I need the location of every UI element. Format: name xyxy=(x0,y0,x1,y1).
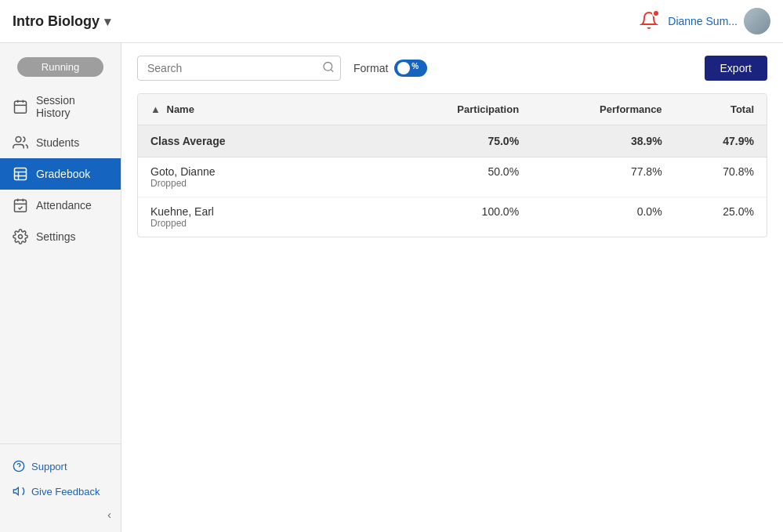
search-icon xyxy=(322,61,335,76)
col-name[interactable]: ▲ Name xyxy=(138,94,390,125)
student-name: Goto, Dianne xyxy=(150,165,377,178)
svg-marker-16 xyxy=(13,487,18,494)
search-container xyxy=(137,56,341,81)
class-average-row: Class Average 75.0% 38.9% 47.9% xyxy=(138,125,767,157)
student-name: Kuehne, Earl xyxy=(150,205,377,218)
student-status: Dropped xyxy=(150,178,377,189)
sidebar-collapse-button[interactable]: ‹ xyxy=(0,504,121,526)
sidebar-item-settings[interactable]: Settings xyxy=(0,221,121,252)
sidebar-item-attendance[interactable]: Attendance xyxy=(0,190,121,221)
sidebar-feedback[interactable]: Give Feedback xyxy=(0,479,121,504)
svg-point-4 xyxy=(16,137,21,143)
sidebar: Running Session History Students xyxy=(0,43,121,532)
svg-rect-5 xyxy=(15,168,27,180)
sidebar-support[interactable]: Support xyxy=(0,454,121,479)
student-name-cell: Kuehne, Earl Dropped xyxy=(138,197,390,237)
svg-point-13 xyxy=(19,235,23,239)
student-participation: 50.0% xyxy=(390,157,531,197)
col-performance[interactable]: Performance xyxy=(531,94,675,125)
format-toggle[interactable]: % xyxy=(394,60,427,77)
app-title-area[interactable]: Intro Biology ▾ xyxy=(13,13,111,30)
table-row: Kuehne, Earl Dropped 100.0% 0.0% 25.0% xyxy=(138,197,767,237)
sidebar-label-attendance: Attendance xyxy=(36,199,92,212)
support-label: Support xyxy=(31,461,67,472)
student-performance: 0.0% xyxy=(531,197,675,237)
class-average-performance: 38.9% xyxy=(531,125,675,157)
notification-dot xyxy=(652,9,660,17)
sidebar-bottom: Support Give Feedback ‹ xyxy=(0,443,121,532)
export-button[interactable]: Export xyxy=(705,56,767,81)
sidebar-item-session-history[interactable]: Session History xyxy=(0,86,121,127)
app-header: Intro Biology ▾ Dianne Sum... xyxy=(0,0,783,43)
main-layout: Running Session History Students xyxy=(0,43,783,532)
feedback-label: Give Feedback xyxy=(31,486,100,498)
sidebar-item-gradebook[interactable]: Gradebook xyxy=(0,158,121,190)
toolbar: Format % Export xyxy=(137,56,767,81)
class-average-label: Class Average xyxy=(138,125,390,157)
student-participation: 100.0% xyxy=(390,197,531,237)
table-header: ▲ Name Participation Performance Total xyxy=(138,94,767,125)
sidebar-label-gradebook: Gradebook xyxy=(36,168,90,180)
class-average-participation: 75.0% xyxy=(390,125,531,157)
student-total: 25.0% xyxy=(675,197,767,237)
table-body: Class Average 75.0% 38.9% 47.9% Goto, Di… xyxy=(138,125,767,237)
format-label: Format xyxy=(353,62,388,74)
notification-bell[interactable] xyxy=(640,11,658,32)
avatar xyxy=(744,8,770,34)
col-participation[interactable]: Participation xyxy=(390,94,531,125)
header-right-area: Dianne Sum... xyxy=(640,8,770,34)
app-title: Intro Biology xyxy=(13,13,100,30)
student-status: Dropped xyxy=(150,218,377,229)
svg-rect-0 xyxy=(15,101,27,113)
gradebook-table: ▲ Name Participation Performance Total xyxy=(137,93,767,237)
toggle-label: % xyxy=(411,62,419,71)
sidebar-item-students[interactable]: Students xyxy=(0,127,121,158)
chevron-down-icon: ▾ xyxy=(104,14,111,29)
student-name-cell: Goto, Dianne Dropped xyxy=(138,157,390,197)
user-name: Dianne Sum... xyxy=(668,15,738,27)
student-total: 70.8% xyxy=(675,157,767,197)
student-performance: 77.8% xyxy=(531,157,675,197)
sort-arrow-icon: ▲ xyxy=(150,103,161,115)
user-menu[interactable]: Dianne Sum... xyxy=(668,8,770,34)
toolbar-left: Format % xyxy=(137,56,427,81)
status-badge: Running xyxy=(17,57,103,77)
sidebar-label-students: Students xyxy=(36,136,79,149)
col-total[interactable]: Total xyxy=(675,94,767,125)
svg-rect-9 xyxy=(15,200,27,212)
table-row: Goto, Dianne Dropped 50.0% 77.8% 70.8% xyxy=(138,157,767,197)
search-input[interactable] xyxy=(137,56,341,81)
sidebar-label-session-history: Session History xyxy=(36,94,108,119)
svg-point-17 xyxy=(324,63,332,71)
class-average-total: 47.9% xyxy=(675,125,767,157)
svg-line-18 xyxy=(331,70,333,72)
sidebar-label-settings: Settings xyxy=(36,230,76,243)
format-area: Format % xyxy=(353,60,427,77)
data-table: ▲ Name Participation Performance Total xyxy=(138,94,767,237)
main-content: Format % Export ▲ Name xyxy=(121,43,783,532)
